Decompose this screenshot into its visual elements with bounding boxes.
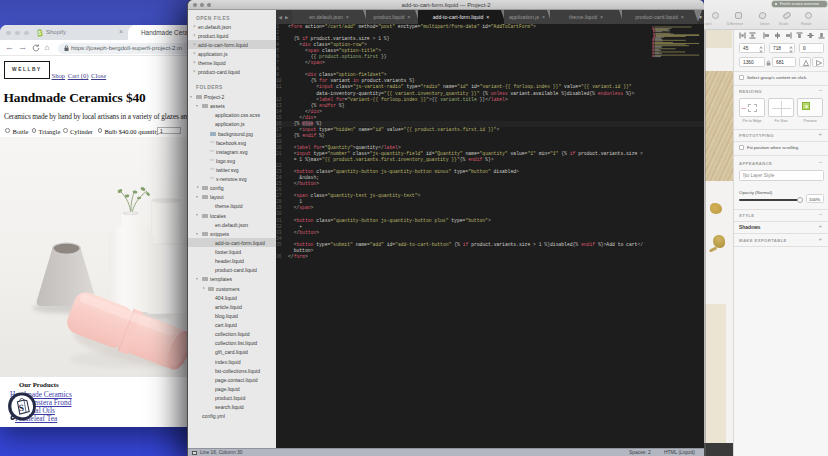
svg-text:S: S [18,403,24,413]
svg-text:S: S [38,31,41,36]
